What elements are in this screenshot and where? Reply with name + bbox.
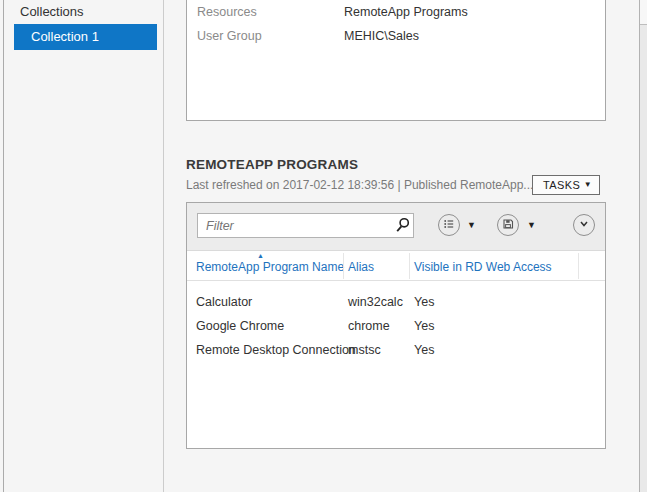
remoteapp-programs-panel: ▼ ▼ ▲ RemoteApp Program Name Alias bbox=[186, 202, 606, 449]
cell-program-name: Remote Desktop Connection bbox=[196, 338, 356, 362]
save-icon bbox=[502, 216, 514, 234]
column-separator bbox=[578, 253, 579, 279]
property-value-user-group: MEHIC\Sales bbox=[344, 29, 419, 43]
scrollbar-track[interactable] bbox=[640, 0, 647, 492]
property-row: Resources RemoteApp Programs bbox=[187, 5, 605, 21]
sort-ascending-icon: ▲ bbox=[257, 252, 264, 259]
save-query-button[interactable] bbox=[497, 214, 519, 236]
cell-alias: win32calc bbox=[348, 290, 403, 314]
cell-alias: mstsc bbox=[348, 338, 381, 362]
column-separator bbox=[409, 253, 410, 279]
section-title: REMOTEAPP PROGRAMS bbox=[186, 157, 358, 172]
table-row-remote-desktop-connection[interactable]: Remote Desktop Connection mstsc Yes bbox=[187, 338, 605, 362]
list-view-menu-button[interactable] bbox=[438, 214, 460, 236]
property-label-resources: Resources bbox=[197, 5, 257, 19]
list-icon bbox=[443, 216, 455, 234]
table-row-calculator[interactable]: Calculator win32calc Yes bbox=[187, 290, 605, 314]
tasks-button[interactable]: TASKS ▼ bbox=[532, 175, 600, 195]
cell-visible: Yes bbox=[414, 290, 434, 314]
search-icon bbox=[395, 217, 411, 233]
column-header-alias[interactable]: Alias bbox=[348, 260, 374, 274]
table-header-row: ▲ RemoteApp Program Name Alias Visible i… bbox=[187, 251, 605, 281]
property-value-resources: RemoteApp Programs bbox=[344, 5, 468, 19]
caret-down-icon: ▼ bbox=[584, 181, 592, 189]
window-left-border bbox=[3, 0, 4, 492]
cell-alias: chrome bbox=[348, 314, 390, 338]
caret-down-icon[interactable]: ▼ bbox=[527, 220, 536, 230]
filter-input[interactable] bbox=[197, 213, 414, 238]
tasks-button-label: TASKS bbox=[543, 179, 580, 191]
column-separator bbox=[343, 253, 344, 279]
sidebar-item-collection-1[interactable]: Collection 1 bbox=[14, 24, 157, 50]
cell-visible: Yes bbox=[414, 338, 434, 362]
section-refresh-status: Last refreshed on 2017-02-12 18:39:56 | … bbox=[186, 178, 533, 192]
caret-down-icon[interactable]: ▼ bbox=[467, 220, 476, 230]
sidebar-item-label: Collection 1 bbox=[31, 29, 99, 44]
scrollbar-thumb[interactable] bbox=[640, 0, 647, 25]
property-row: User Group MEHIC\Sales bbox=[187, 29, 605, 45]
sidebar-title: Collections bbox=[20, 4, 84, 19]
column-header-program-name[interactable]: RemoteApp Program Name bbox=[196, 260, 344, 274]
property-label-user-group: User Group bbox=[197, 29, 262, 43]
table-row-google-chrome[interactable]: Google Chrome chrome Yes bbox=[187, 314, 605, 338]
sidebar-divider bbox=[163, 0, 164, 492]
chevron-down-icon bbox=[578, 216, 590, 234]
table-toolbar: ▼ ▼ bbox=[187, 203, 605, 251]
cell-program-name: Calculator bbox=[196, 290, 252, 314]
cell-visible: Yes bbox=[414, 314, 434, 338]
collection-properties-panel: Resources RemoteApp Programs User Group … bbox=[186, 0, 606, 121]
table-body: Calculator win32calc Yes Google Chrome c… bbox=[187, 290, 605, 362]
expand-collapse-button[interactable] bbox=[573, 214, 595, 236]
cell-program-name: Google Chrome bbox=[196, 314, 284, 338]
column-header-visible[interactable]: Visible in RD Web Access bbox=[414, 260, 552, 274]
